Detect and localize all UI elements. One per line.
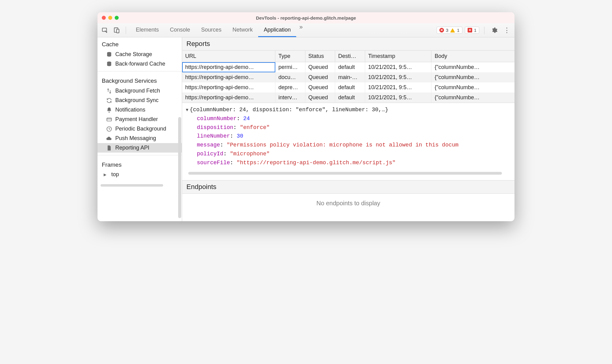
tab-elements[interactable]: Elements xyxy=(130,23,164,37)
traffic-lights xyxy=(102,16,119,20)
col-destination[interactable]: Desti… xyxy=(335,51,365,62)
close-window-button[interactable] xyxy=(102,16,106,20)
table-row[interactable]: https://reporting-api-demo…permi…Queuedd… xyxy=(182,62,514,73)
detail-field[interactable]: sourceFile: "https://reporting-api-demo.… xyxy=(186,158,511,167)
sidebar-item-periodic-bg[interactable]: Periodic Background xyxy=(98,124,182,134)
more-options-kebab-icon[interactable]: ⋮ xyxy=(502,26,512,34)
col-timestamp[interactable]: Timestamp xyxy=(365,51,431,62)
table-cell[interactable]: 10/21/2021, 9:5… xyxy=(365,82,431,93)
table-cell[interactable]: permi… xyxy=(275,62,305,73)
svg-rect-2 xyxy=(117,29,119,33)
sidebar-divider xyxy=(98,71,182,71)
table-cell[interactable]: {"columnNumbe… xyxy=(431,82,514,93)
warning-count: 1 xyxy=(457,28,459,33)
toolbar-separator xyxy=(484,27,484,34)
col-url[interactable]: URL xyxy=(182,51,275,62)
table-cell[interactable]: {"columnNumbe… xyxy=(431,62,514,73)
table-cell[interactable]: 10/21/2021, 9:5… xyxy=(365,93,431,103)
inspect-element-icon[interactable] xyxy=(100,25,110,35)
toggle-device-toolbar-icon[interactable] xyxy=(112,25,121,35)
sidebar-h-scrollbar[interactable] xyxy=(101,183,179,188)
sidebar-item-label: Periodic Background xyxy=(115,126,166,132)
more-tabs-chevron-icon[interactable]: » xyxy=(296,23,306,37)
table-cell[interactable]: {"columnNumbe… xyxy=(431,72,514,82)
report-detail-viewer: ▼{columnNumber: 24, disposition: "enforc… xyxy=(182,103,514,180)
table-cell[interactable]: 10/21/2021, 9:5… xyxy=(365,62,431,73)
table-cell[interactable]: Queued xyxy=(305,62,335,73)
detail-field[interactable]: disposition: "enforce" xyxy=(186,123,511,132)
window-title: DevTools - reporting-api-demo.glitch.me/… xyxy=(98,15,514,21)
sidebar-section-bgservices: Background Services xyxy=(98,74,182,86)
detail-h-scrollbar[interactable] xyxy=(188,171,508,175)
cloud-icon xyxy=(106,135,112,142)
table-cell[interactable]: Queued xyxy=(305,93,335,103)
card-icon xyxy=(106,116,112,123)
tab-console[interactable]: Console xyxy=(164,23,196,37)
disclosure-triangle-icon[interactable]: ▼ xyxy=(186,108,188,112)
disclosure-triangle-icon[interactable]: ▶ xyxy=(104,173,106,177)
issues-counter[interactable]: ✕ 1 xyxy=(465,27,479,34)
console-counters[interactable]: ✕ 3 1 xyxy=(437,27,462,34)
detail-summary-text: {columnNumber: 24, disposition: "enforce… xyxy=(189,107,388,113)
sidebar-item-frame-top[interactable]: ▶ top xyxy=(98,170,182,179)
file-icon xyxy=(106,145,112,151)
sidebar-item-reporting-api[interactable]: Reporting API xyxy=(98,143,182,153)
table-cell[interactable]: docu… xyxy=(275,72,305,82)
table-cell[interactable]: 10/21/2021, 9:5… xyxy=(365,72,431,82)
table-cell[interactable]: https://reporting-api-demo… xyxy=(182,93,275,103)
bell-icon xyxy=(106,107,112,113)
application-sidebar: Cache Cache Storage Back-forward Cache B… xyxy=(98,37,182,221)
sidebar-item-background-fetch[interactable]: Background Fetch xyxy=(98,86,182,96)
table-cell[interactable]: Queued xyxy=(305,82,335,93)
database-icon xyxy=(106,51,112,58)
zoom-window-button[interactable] xyxy=(115,16,119,20)
sidebar-v-scrollbar[interactable] xyxy=(178,117,181,218)
sidebar-item-push-messaging[interactable]: Push Messaging xyxy=(98,134,182,143)
col-status[interactable]: Status xyxy=(305,51,335,62)
col-type[interactable]: Type xyxy=(275,51,305,62)
database-icon xyxy=(106,61,112,67)
table-cell[interactable]: {"columnNumbe… xyxy=(431,93,514,103)
reports-table: URL Type Status Desti… Timestamp Body ht… xyxy=(182,51,514,103)
detail-field[interactable]: lineNumber: 30 xyxy=(186,132,511,141)
svg-rect-0 xyxy=(102,28,107,31)
sidebar-item-label: Back-forward Cache xyxy=(115,61,165,67)
frame-top-label: top xyxy=(111,171,119,178)
table-row[interactable]: https://reporting-api-demo…interv…Queued… xyxy=(182,93,514,103)
tab-sources[interactable]: Sources xyxy=(196,23,227,37)
table-cell[interactable]: default xyxy=(335,82,365,93)
table-cell[interactable]: https://reporting-api-demo… xyxy=(182,72,275,82)
table-cell[interactable]: default xyxy=(335,62,365,73)
sidebar-item-background-sync[interactable]: Background Sync xyxy=(98,96,182,105)
table-cell[interactable]: https://reporting-api-demo… xyxy=(182,62,275,73)
table-cell[interactable]: interv… xyxy=(275,93,305,103)
detail-field[interactable]: columnNumber: 24 xyxy=(186,114,511,123)
detail-field[interactable]: policyId: "microphone" xyxy=(186,150,511,158)
minimize-window-button[interactable] xyxy=(108,16,112,20)
table-cell[interactable]: default xyxy=(335,93,365,103)
svg-rect-5 xyxy=(107,118,112,121)
table-cell[interactable]: main-… xyxy=(335,72,365,82)
tab-network[interactable]: Network xyxy=(227,23,258,37)
table-row[interactable]: https://reporting-api-demo…depre…Queuedd… xyxy=(182,82,514,93)
sidebar-item-label: Payment Handler xyxy=(115,116,158,123)
issue-icon: ✕ xyxy=(468,28,472,32)
detail-summary-row[interactable]: ▼{columnNumber: 24, disposition: "enforc… xyxy=(186,105,511,114)
sidebar-item-payment-handler[interactable]: Payment Handler xyxy=(98,115,182,124)
titlebar: DevTools - reporting-api-demo.glitch.me/… xyxy=(98,12,514,23)
col-body[interactable]: Body xyxy=(431,51,514,62)
table-cell[interactable]: https://reporting-api-demo… xyxy=(182,82,275,93)
table-cell[interactable]: depre… xyxy=(275,82,305,93)
sidebar-item-label: Background Fetch xyxy=(115,88,160,94)
sidebar-divider xyxy=(98,155,182,155)
tab-application[interactable]: Application xyxy=(258,23,296,37)
sidebar-item-cache-storage[interactable]: Cache Storage xyxy=(98,50,182,59)
sidebar-item-label: Notifications xyxy=(115,107,145,113)
table-row[interactable]: https://reporting-api-demo…docu…Queuedma… xyxy=(182,72,514,82)
sidebar-item-notifications[interactable]: Notifications xyxy=(98,105,182,115)
sidebar-section-cache: Cache xyxy=(98,37,182,50)
sidebar-item-bfcache[interactable]: Back-forward Cache xyxy=(98,59,182,69)
table-cell[interactable]: Queued xyxy=(305,72,335,82)
settings-gear-icon[interactable] xyxy=(489,25,499,35)
detail-field[interactable]: message: "Permissions policy violation: … xyxy=(186,141,511,150)
